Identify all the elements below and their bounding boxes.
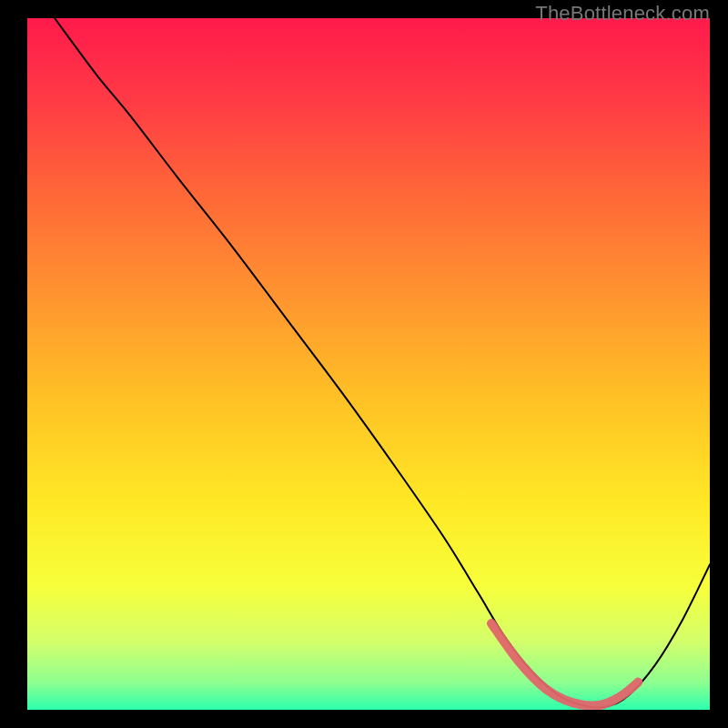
plot-area [27,18,710,710]
gradient-background [27,18,710,710]
chart-svg [27,18,710,710]
chart-frame: TheBottleneck.com [0,0,728,728]
watermark-text: TheBottleneck.com [535,2,710,25]
